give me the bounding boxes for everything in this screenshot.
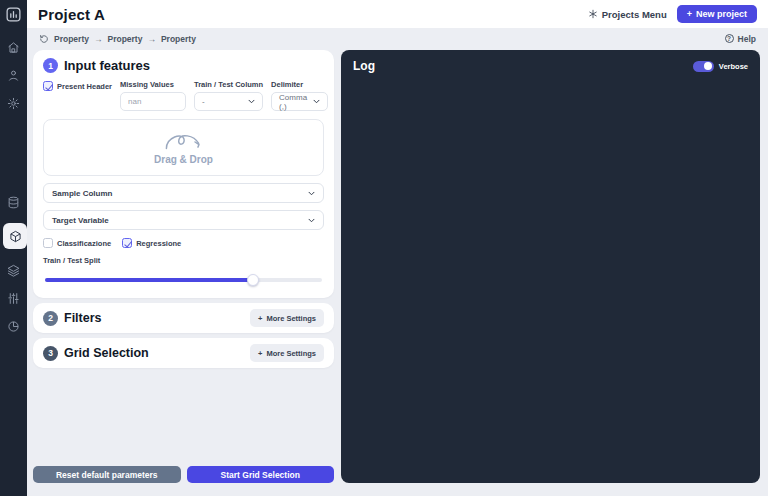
log-title: Log <box>353 59 375 73</box>
sample-column-label: Sample Column <box>52 189 112 198</box>
step-number-badge: 3 <box>43 346 58 361</box>
breadcrumb-item[interactable]: Property <box>161 34 196 44</box>
user-icon <box>7 69 20 82</box>
delimiter-value: Comma (,) <box>279 93 307 111</box>
step-number-badge: 1 <box>43 58 58 73</box>
section-title-filters: Filters <box>64 311 102 325</box>
reset-default-parameters-button[interactable]: Reset default parameters <box>33 466 181 483</box>
help-button[interactable]: ? Help <box>725 34 756 44</box>
slider-fill <box>45 278 253 282</box>
present-header-label: Present Header <box>57 82 112 91</box>
sidebar-item-datasets[interactable] <box>7 195 21 209</box>
header: Project A Projects Menu + New project <box>27 0 768 28</box>
start-grid-selection-button[interactable]: Start Grid Selection <box>187 466 335 483</box>
gear-icon <box>7 97 20 110</box>
help-icon: ? <box>725 34 734 43</box>
section-title-input-features: Input features <box>64 58 150 73</box>
plus-icon: + <box>258 314 262 323</box>
input-features-card: 1 Input features Present Header Missing … <box>33 50 334 298</box>
chevron-down-icon <box>313 99 320 104</box>
sample-column-select[interactable]: Sample Column <box>43 183 324 203</box>
more-settings-label: More Settings <box>266 314 316 323</box>
plus-icon: + <box>258 349 262 358</box>
file-dropzone[interactable]: Drag & Drop <box>43 119 324 176</box>
main-content: 1 Input features Present Header Missing … <box>27 49 768 496</box>
missing-values-input[interactable] <box>120 92 186 111</box>
home-icon <box>7 41 20 54</box>
train-test-column-value: - <box>202 97 205 106</box>
app-logo-icon[interactable] <box>5 6 22 23</box>
pie-chart-icon <box>7 320 20 333</box>
toggle-knob <box>704 62 712 70</box>
sidebar-item-model-active[interactable] <box>3 223 27 249</box>
breadcrumb-item[interactable]: Property <box>54 34 89 44</box>
history-icon <box>39 34 49 44</box>
sidebar <box>0 0 27 496</box>
sidebar-item-tuning[interactable] <box>7 291 21 305</box>
train-test-column-select[interactable]: - <box>194 92 263 111</box>
breadcrumb-bar: Property → Property → Property ? Help <box>27 28 768 49</box>
checkbox-icon <box>122 238 132 248</box>
plus-icon: + <box>687 9 692 19</box>
new-project-label: New project <box>696 9 747 19</box>
train-test-column-label: Train / Test Column <box>194 80 263 89</box>
sidebar-item-home[interactable] <box>7 40 21 54</box>
projects-menu-label: Projects Menu <box>602 9 667 20</box>
regressione-checkbox[interactable]: Regressione <box>122 238 181 248</box>
checkbox-icon <box>43 238 53 248</box>
regressione-label: Regressione <box>136 239 181 248</box>
delimiter-select[interactable]: Comma (,) <box>271 92 328 111</box>
filters-card: 2 Filters + More Settings <box>33 303 334 333</box>
sidebar-item-settings[interactable] <box>7 96 21 110</box>
sidebar-item-reports[interactable] <box>7 319 21 333</box>
section-title-grid-selection: Grid Selection <box>64 346 149 360</box>
slider-thumb[interactable] <box>247 274 259 286</box>
step-number-badge: 2 <box>43 311 58 326</box>
scribble-arrow-icon <box>162 131 206 153</box>
classificazione-label: Classificazione <box>57 239 111 248</box>
train-test-split-slider[interactable] <box>45 274 322 286</box>
present-header-checkbox[interactable]: Present Header <box>43 81 112 91</box>
help-label: Help <box>738 34 756 44</box>
breadcrumb-separator: → <box>94 34 103 44</box>
target-variable-select[interactable]: Target Variable <box>43 210 324 230</box>
page-title: Project A <box>38 6 105 23</box>
breadcrumb-item[interactable]: Property <box>107 34 142 44</box>
chevron-down-icon <box>308 191 315 196</box>
grid-more-settings-button[interactable]: + More Settings <box>250 344 324 362</box>
breadcrumb-separator: → <box>147 34 156 44</box>
log-panel: Log Verbose <box>341 50 760 483</box>
sliders-icon <box>7 292 20 305</box>
cube-icon <box>9 230 22 243</box>
chevron-down-icon <box>308 218 315 223</box>
train-test-split-label: Train / Test Split <box>43 256 324 265</box>
dropzone-label: Drag & Drop <box>154 154 213 165</box>
delimiter-label: Delimiter <box>271 80 328 89</box>
database-icon <box>7 196 20 209</box>
chevron-down-icon <box>248 99 255 104</box>
checkbox-icon <box>43 81 53 91</box>
grid-selection-card: 3 Grid Selection + More Settings <box>33 338 334 368</box>
sidebar-item-layers[interactable] <box>7 263 21 277</box>
layers-icon <box>7 264 20 277</box>
more-settings-label: More Settings <box>266 349 316 358</box>
filters-more-settings-button[interactable]: + More Settings <box>250 309 324 327</box>
classificazione-checkbox[interactable]: Classificazione <box>43 238 111 248</box>
target-variable-label: Target Variable <box>52 216 109 225</box>
asterisk-icon <box>588 9 598 19</box>
projects-menu-button[interactable]: Projects Menu <box>588 9 667 20</box>
missing-values-label: Missing Values <box>120 80 186 89</box>
verbose-label: Verbose <box>719 62 748 71</box>
new-project-button[interactable]: + New project <box>677 5 757 23</box>
sidebar-item-user[interactable] <box>7 68 21 82</box>
verbose-toggle[interactable] <box>693 61 714 72</box>
